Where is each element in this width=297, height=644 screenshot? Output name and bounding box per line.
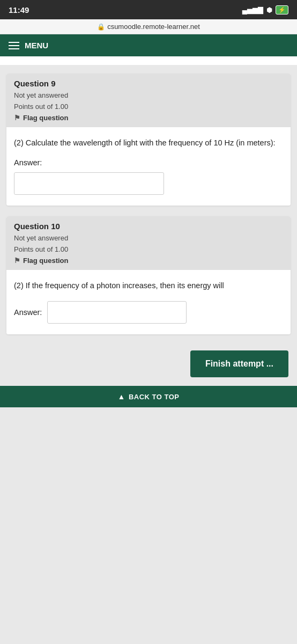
lock-icon: 🔒: [97, 23, 105, 31]
question-9-status1: Not yet answered: [14, 90, 283, 101]
question-9-answer-label: Answer:: [14, 158, 283, 167]
question-10-status1: Not yet answered: [14, 233, 283, 244]
status-icons: ▄▅▆▇ ⬢ ⚡: [242, 5, 288, 14]
back-to-top-arrow-icon: ▲: [118, 392, 125, 401]
question-9-text: (2) Calculate the wavelength of light wi…: [14, 137, 283, 149]
main-content: Question 9 Not yet answered Points out o…: [0, 56, 297, 418]
wifi-icon: ⬢: [266, 6, 272, 14]
question-10-answer-row: Answer:: [14, 301, 283, 324]
signal-icon: ▄▅▆▇: [242, 6, 263, 14]
status-time: 11:49: [9, 5, 29, 14]
question-10-header: Question 10 Not yet answered Points out …: [6, 216, 291, 270]
question-9-card: Question 9 Not yet answered Points out o…: [6, 74, 291, 206]
question-10-input[interactable]: [47, 301, 187, 324]
battery-icon: ⚡: [276, 5, 288, 14]
finish-attempt-label: Finish attempt ...: [205, 359, 273, 369]
question-9-body: (2) Calculate the wavelength of light wi…: [6, 127, 291, 206]
flag-question-9-label: Flag question: [23, 114, 69, 122]
question-9-header: Question 9 Not yet answered Points out o…: [6, 74, 291, 127]
flag-icon-10: ⚑: [14, 257, 20, 265]
question-10-answer-label: Answer:: [14, 308, 42, 317]
url-text: csumoodle.remote-learner.net: [107, 23, 200, 31]
question-10-text: (2) If the frequency of a photon increas…: [14, 280, 283, 291]
question-9-title: Question 9: [14, 79, 283, 88]
back-to-top-label: BACK TO TOP: [129, 393, 180, 401]
hamburger-icon: [9, 42, 19, 49]
question-9-input[interactable]: [14, 172, 164, 195]
status-bar: 11:49 ▄▅▆▇ ⬢ ⚡: [0, 0, 297, 19]
top-spacer: [0, 56, 297, 65]
flag-question-9-button[interactable]: ⚑ Flag question: [14, 114, 283, 122]
question-10-card: Question 10 Not yet answered Points out …: [6, 216, 291, 334]
address-bar: 🔒 csumoodle.remote-learner.net: [0, 19, 297, 34]
finish-attempt-button[interactable]: Finish attempt ...: [190, 350, 288, 377]
menu-label: MENU: [25, 41, 48, 50]
question-10-body: (2) If the frequency of a photon increas…: [6, 270, 291, 334]
flag-question-10-button[interactable]: ⚑ Flag question: [14, 257, 283, 265]
question-9-status2: Points out of 1.00: [14, 101, 283, 113]
flag-icon-9: ⚑: [14, 114, 20, 122]
back-to-top-bar[interactable]: ▲ BACK TO TOP: [0, 386, 297, 407]
flag-question-10-label: Flag question: [23, 257, 69, 265]
menu-bar[interactable]: MENU: [0, 34, 297, 56]
button-area: Finish attempt ...: [0, 345, 297, 386]
question-9-input-container: [14, 172, 283, 195]
question-10-status2: Points out of 1.00: [14, 244, 283, 255]
question-10-title: Question 10: [14, 222, 283, 231]
